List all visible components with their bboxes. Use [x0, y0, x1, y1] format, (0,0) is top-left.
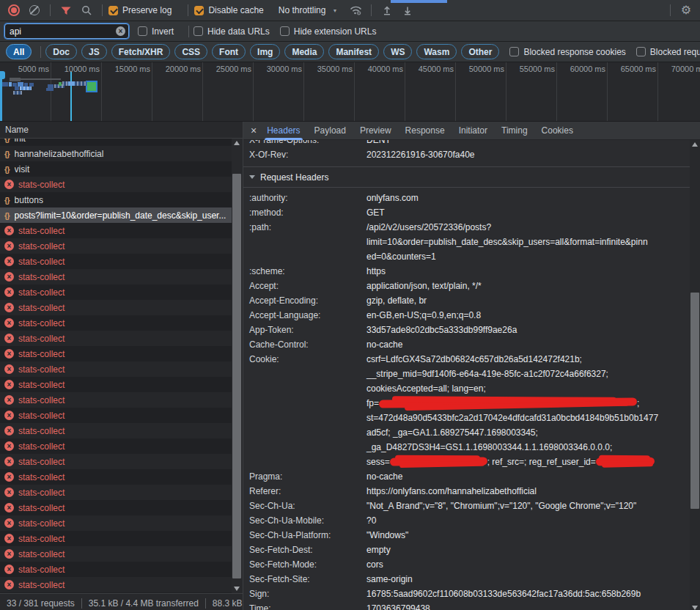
request-row[interactable]: ×stats-collect	[0, 315, 232, 331]
filter-chip-img[interactable]: Img	[250, 44, 280, 59]
disable-cache-checkbox[interactable]: Disable cache	[194, 5, 263, 15]
preserve-log-checkbox[interactable]: Preserve log	[108, 5, 172, 15]
request-row[interactable]: {}init	[0, 139, 232, 146]
request-list-scrollbar[interactable]	[232, 139, 243, 593]
clear-filter-icon[interactable]: ×	[116, 26, 125, 36]
request-row[interactable]: ×stats-collect	[0, 562, 232, 577]
request-row[interactable]: ×stats-collect	[0, 500, 232, 515]
hide-extension-urls-checkbox[interactable]: Hide extension URLs	[280, 26, 377, 37]
close-icon[interactable]: ×	[251, 125, 257, 136]
scroll-down-icon[interactable]	[234, 587, 240, 591]
request-row[interactable]: ×stats-collect	[0, 377, 232, 392]
tab-timing[interactable]: Timing	[501, 122, 528, 140]
request-row[interactable]: ×stats-collect	[0, 577, 232, 592]
request-row[interactable]: ×stats-collect	[0, 254, 232, 269]
tab-payload[interactable]: Payload	[314, 122, 346, 140]
filter-chip-media[interactable]: Media	[284, 44, 324, 59]
filter-chip-css[interactable]: CSS	[174, 44, 207, 59]
scrollbar-thumb[interactable]	[232, 174, 241, 578]
scroll-up-icon[interactable]	[234, 141, 240, 145]
network-overview-timeline[interactable]: 5000 ms10000 ms15000 ms20000 ms25000 ms3…	[0, 62, 700, 122]
request-row[interactable]: ×stats-collect	[0, 423, 232, 438]
waterfall-bar	[15, 87, 19, 90]
tab-preview[interactable]: Preview	[360, 122, 391, 140]
request-row[interactable]: ×stats-collect	[0, 361, 232, 377]
request-row[interactable]: ×stats-collect	[0, 392, 232, 408]
name-column-header[interactable]: Name	[0, 122, 243, 139]
request-row[interactable]: ×stats-collect	[0, 346, 232, 361]
filter-chip-ws[interactable]: WS	[383, 44, 412, 59]
scrollbar-thumb[interactable]	[690, 293, 699, 509]
header-name: :path:	[249, 220, 366, 264]
filter-chip-doc[interactable]: Doc	[45, 44, 77, 59]
request-row[interactable]: ×stats-collect	[0, 546, 232, 562]
header-name: Sec-Ch-Ua:	[249, 499, 366, 513]
request-row[interactable]: ×stats-collect	[0, 438, 232, 454]
filter-chip-fetch-xhr[interactable]: Fetch/XHR	[111, 44, 171, 59]
record-button[interactable]	[4, 2, 23, 18]
request-row[interactable]: ×stats-collect	[0, 531, 232, 546]
header-values: no-cache	[366, 469, 690, 484]
invert-checkbox[interactable]: Invert	[138, 26, 174, 37]
hide-data-urls-checkbox[interactable]: Hide data URLs	[194, 26, 270, 37]
tab-response[interactable]: Response	[405, 122, 445, 140]
tab-headers[interactable]: Headers	[267, 122, 300, 140]
request-row[interactable]: ×stats-collect	[0, 469, 232, 485]
header-row: Accept-Language:en-GB,en-US;q=0.9,en;q=0…	[243, 308, 690, 323]
request-row[interactable]: ×stats-collect	[0, 300, 232, 315]
filter-chip-manifest[interactable]: Manifest	[328, 44, 379, 59]
search-button[interactable]	[77, 2, 96, 18]
request-row[interactable]: ×stats-collect	[0, 177, 232, 192]
request-row[interactable]: ×stats-collect	[0, 408, 232, 423]
request-name: stats-collect	[18, 287, 232, 298]
request-row[interactable]: {}visit	[0, 161, 232, 177]
header-values: https	[366, 264, 690, 279]
request-row[interactable]: ×stats-collect	[0, 223, 232, 238]
request-name: hannahelizabethofficial	[15, 149, 232, 159]
request-headers-section-header[interactable]: Request Headers	[243, 167, 690, 188]
request-row-selected[interactable]: {}posts?limit=10&order=publish_date_desc…	[0, 207, 232, 223]
header-name: Sec-Fetch-Site:	[249, 572, 366, 587]
tab-initiator[interactable]: Initiator	[459, 122, 487, 140]
filter-input[interactable]: api ×	[4, 23, 129, 39]
tab-cookies[interactable]: Cookies	[542, 122, 573, 140]
advanced-filter-checkboxes: Blocked response cookiesBlocked requests…	[509, 47, 700, 57]
details-scrollbar[interactable]	[690, 140, 700, 610]
clear-button[interactable]	[25, 2, 44, 18]
timeline-tick-label: 35000 ms	[303, 65, 353, 73]
header-values: 1703636799438	[366, 601, 690, 610]
request-row[interactable]: ×stats-collect	[0, 331, 232, 346]
request-row[interactable]: ×stats-collect	[0, 515, 232, 531]
throttling-dropdown[interactable]: No throttling ▼	[279, 5, 338, 15]
error-icon: ×	[4, 395, 14, 405]
settings-button[interactable]: ⚙	[677, 2, 696, 18]
filter-chip-js[interactable]: JS	[81, 44, 107, 59]
blocked-requests-checkbox[interactable]: Blocked requests	[636, 47, 700, 57]
request-row[interactable]: ×stats-collect	[0, 485, 232, 500]
export-har-button[interactable]	[398, 2, 417, 18]
request-row[interactable]: {}buttons	[0, 192, 232, 207]
waterfall-bar	[2, 82, 8, 87]
filter-toggle-button[interactable]	[56, 2, 75, 18]
request-row[interactable]: ×stats-collect	[0, 284, 232, 300]
request-row[interactable]: {}hannahelizabethofficial	[0, 146, 232, 161]
scroll-down-icon[interactable]	[692, 606, 698, 610]
header-value: "Not_A Brand";v="8", "Chromium";v="120",…	[366, 499, 690, 513]
blocked-response-cookies-checkbox[interactable]: Blocked response cookies	[509, 47, 625, 57]
timeline-tick-label: 40000 ms	[354, 65, 403, 73]
filter-chip-all[interactable]: All	[6, 44, 32, 59]
request-row[interactable]: ×stats-collect	[0, 454, 232, 469]
scroll-up-icon[interactable]	[692, 142, 698, 147]
filter-chip-other[interactable]: Other	[461, 44, 499, 59]
request-row[interactable]: ×stats-collect	[0, 238, 232, 254]
section-title: Request Headers	[260, 172, 328, 183]
request-row[interactable]: ×stats-collect	[0, 269, 232, 284]
header-value: sess=; ref_src=; reg_ref_user_id=	[366, 455, 690, 469]
header-value: 1703636799438	[366, 601, 690, 610]
import-har-button[interactable]	[377, 2, 397, 18]
filter-chip-wasm[interactable]: Wasm	[416, 44, 457, 59]
error-icon: ×	[4, 287, 14, 297]
filter-chip-font[interactable]: Font	[212, 44, 246, 59]
overview-left-handle[interactable]	[0, 71, 2, 121]
network-conditions-button[interactable]	[346, 2, 365, 18]
